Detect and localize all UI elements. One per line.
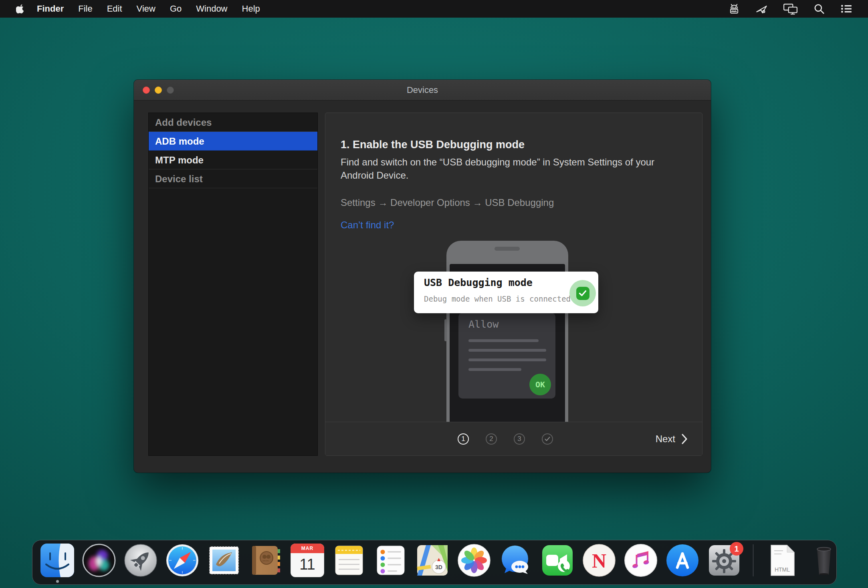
check-icon — [545, 437, 550, 441]
active-app-name[interactable]: Finder — [37, 4, 64, 14]
menu-help[interactable]: Help — [242, 4, 260, 14]
window-title: Devices — [134, 80, 711, 101]
calendar-month: MAR — [291, 544, 324, 553]
phone-speaker — [495, 247, 520, 251]
sidebar-item-add-devices: Add devices — [149, 113, 317, 132]
sidebar-item-device-list[interactable]: Device list — [149, 169, 317, 188]
dock-divider — [753, 544, 753, 576]
running-indicator — [56, 580, 59, 583]
dock-icon-safari[interactable] — [166, 544, 199, 577]
screen-mirror-icon[interactable] — [755, 3, 768, 15]
ok-button: OK — [529, 374, 551, 395]
dock-icon-music[interactable] — [624, 544, 658, 577]
menu-file[interactable]: File — [78, 4, 92, 14]
menu-bar: Finder File Edit View Go Window Help — [0, 0, 868, 18]
zoom-button[interactable] — [167, 87, 174, 94]
search-icon[interactable] — [813, 3, 825, 15]
html-file-label: HTML — [775, 566, 790, 573]
dock-icon-maps[interactable]: 3D — [416, 544, 449, 577]
minimize-button[interactable] — [155, 87, 162, 94]
placeholder-line — [468, 349, 546, 352]
notification-badge: 1 — [730, 542, 743, 556]
dock-icon-finder[interactable] — [40, 544, 74, 577]
dock-icon-trash[interactable] — [807, 544, 841, 577]
phone-side-button — [444, 319, 447, 341]
dock-icon-siri[interactable] — [82, 544, 116, 577]
checkbox-checked-icon — [569, 280, 596, 306]
step-indicator-1: 1 — [458, 433, 469, 445]
menu-view[interactable]: View — [137, 4, 155, 14]
dock-icon-mail[interactable] — [207, 544, 241, 577]
step-heading: 1. Enable the USB Debugging mode — [341, 138, 673, 151]
dock: MAR 11 — [32, 540, 837, 585]
dock-icon-launchpad[interactable] — [124, 544, 157, 577]
menu-window[interactable]: Window — [196, 4, 227, 14]
android-icon[interactable] — [728, 3, 741, 15]
tooltip-title: USB Debugging mode — [424, 277, 533, 288]
apple-icon — [16, 4, 25, 14]
dock-icon-reminders[interactable] — [374, 544, 408, 577]
calendar-day: 11 — [291, 553, 324, 576]
dock-icon-appstore[interactable] — [666, 544, 699, 577]
next-label: Next — [656, 433, 675, 445]
close-button[interactable] — [143, 87, 150, 94]
sidebar-item-mtp-mode[interactable]: MTP mode — [149, 151, 317, 169]
step-indicator-2: 2 — [486, 433, 497, 445]
dock-icon-messages[interactable] — [499, 544, 533, 577]
displays-icon[interactable] — [783, 3, 798, 15]
step-indicator-done — [542, 433, 553, 445]
next-button[interactable]: Next — [656, 422, 688, 456]
svg-text:N: N — [592, 550, 606, 572]
usb-debugging-tooltip: USB Debugging mode Debug mode when USB i… — [414, 272, 598, 313]
title-bar[interactable]: Devices — [134, 80, 711, 101]
dock-icon-settings[interactable]: 1 — [707, 544, 741, 577]
chevron-right-icon — [681, 433, 688, 445]
allow-dialog: Allow OK — [458, 313, 555, 399]
allow-label: Allow — [468, 318, 499, 330]
maps-3d-label: 3D — [435, 564, 442, 570]
menu-go[interactable]: Go — [170, 4, 182, 14]
tooltip-subtitle: Debug mode when USB is connected — [424, 294, 571, 303]
sidebar: Add devices ADB mode MTP mode Device lis… — [148, 113, 318, 456]
dock-icon-html-file[interactable]: HTML — [765, 544, 799, 577]
dock-icon-notes[interactable] — [332, 544, 366, 577]
sidebar-item-adb-mode[interactable]: ADB mode — [149, 132, 317, 151]
wizard-footer: 1 2 3 Next — [325, 422, 702, 455]
dock-icon-calendar[interactable]: MAR 11 — [291, 544, 324, 577]
placeholder-line — [468, 358, 546, 361]
placeholder-line — [468, 339, 539, 342]
step-indicator-3: 3 — [514, 433, 525, 445]
desktop: Finder File Edit View Go Window Help — [0, 0, 868, 588]
cant-find-it-link[interactable]: Can’t find it? — [341, 219, 394, 231]
apple-menu[interactable] — [16, 4, 25, 14]
placeholder-line — [468, 368, 521, 371]
step-body: Find and switch on the “USB debugging mo… — [341, 155, 661, 182]
list-icon[interactable] — [840, 3, 853, 14]
dock-icon-facetime[interactable] — [541, 544, 574, 577]
dock-icon-news[interactable]: N — [582, 544, 616, 577]
menu-edit[interactable]: Edit — [107, 4, 122, 14]
settings-path: Settings → Developer Options → USB Debug… — [341, 197, 673, 208]
dock-icon-photos[interactable] — [457, 544, 491, 577]
dock-icon-contacts[interactable] — [249, 544, 283, 577]
